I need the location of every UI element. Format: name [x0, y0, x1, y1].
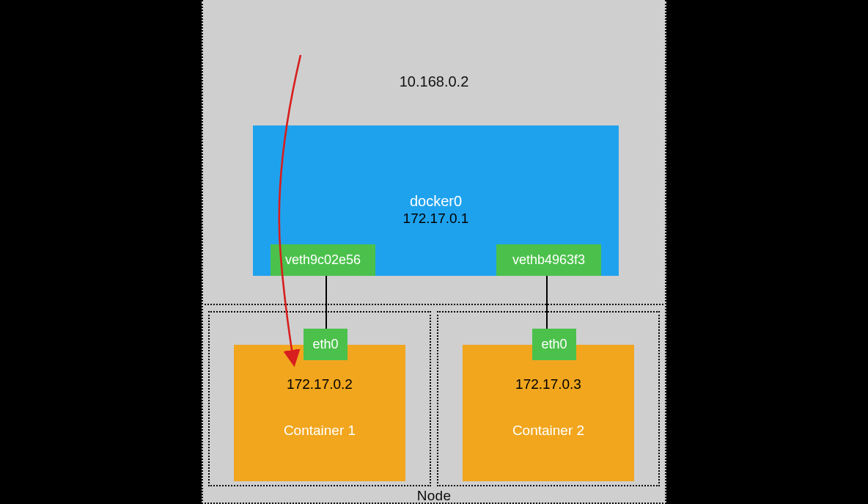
container1-eth0: eth0 — [304, 329, 347, 360]
bridge-ip: 172.17.0.1 — [253, 211, 619, 227]
diagram-stage: 10.168.0.2 docker0 172.17.0.1 veth9c02e5… — [202, 0, 666, 504]
namespace-divider — [205, 304, 663, 305]
node-label: Node — [203, 488, 665, 504]
container2-label: Container 2 — [463, 423, 634, 439]
docker-bridge: docker0 172.17.0.1 veth9c02e56 vethb4963… — [253, 125, 619, 276]
veth-left: veth9c02e56 — [271, 244, 375, 276]
host-ip-label: 10.168.0.2 — [203, 73, 665, 90]
container1-label: Container 1 — [234, 423, 405, 439]
container2-eth0: eth0 — [532, 329, 576, 360]
container-2: eth0 172.17.0.3 Container 2 — [463, 345, 634, 481]
container-1: eth0 172.17.0.2 Container 1 — [234, 345, 405, 481]
bridge-name: docker0 — [253, 193, 619, 210]
container2-ip: 172.17.0.3 — [463, 376, 634, 392]
veth-right: vethb4963f3 — [496, 244, 601, 276]
container1-ip: 172.17.0.2 — [234, 376, 405, 392]
node-box: 10.168.0.2 docker0 172.17.0.1 veth9c02e5… — [202, 0, 666, 504]
